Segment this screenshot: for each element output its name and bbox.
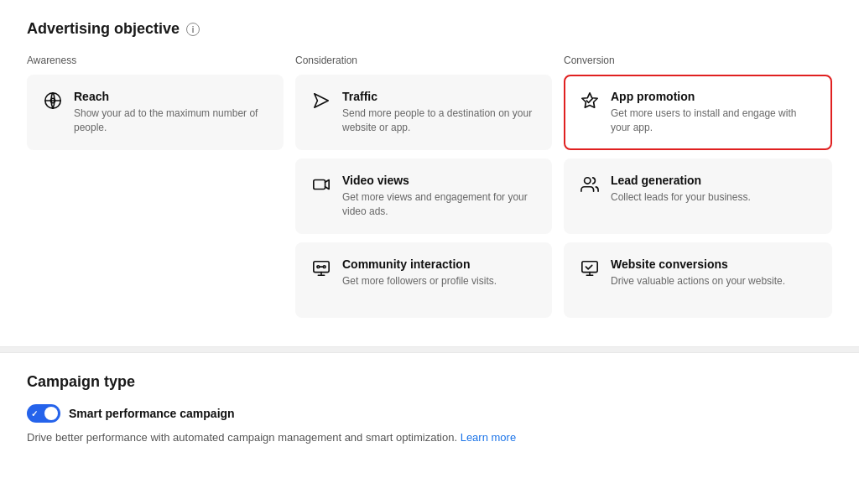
consideration-header: Consideration <box>295 55 564 66</box>
app-promotion-desc: Get more users to install and engage wit… <box>611 107 817 135</box>
campaign-type-heading: Campaign type <box>27 373 832 391</box>
community-icon <box>310 257 332 279</box>
svg-point-6 <box>585 178 591 184</box>
video-views-icon <box>310 174 332 195</box>
smart-campaign-toggle[interactable]: ✓ <box>27 404 60 423</box>
section-title: Advertising objective i <box>27 20 832 38</box>
lead-generation-title: Lead generation <box>611 174 817 187</box>
conversion-header: Conversion <box>564 55 832 66</box>
traffic-title: Traffic <box>342 90 537 103</box>
website-conversions-card[interactable]: Website conversions Drive valuable actio… <box>564 242 832 318</box>
campaign-type-section: Campaign type ✓ Smart performance campai… <box>0 353 859 466</box>
advertising-objective-heading: Advertising objective <box>27 20 180 38</box>
learn-more-link[interactable]: Learn more <box>461 431 516 444</box>
lead-generation-content: Lead generation Collect leads for your b… <box>611 174 817 205</box>
lead-generation-card[interactable]: Lead generation Collect leads for your b… <box>564 158 832 234</box>
awareness-column: Awareness Reach <box>27 55 295 326</box>
campaign-desc-text: Drive better performance with automated … <box>27 431 457 444</box>
campaign-desc: Drive better performance with automated … <box>27 429 832 446</box>
website-conversions-desc: Drive valuable actions on your website. <box>611 274 817 288</box>
traffic-icon <box>310 90 332 112</box>
awareness-header: Awareness <box>27 55 295 66</box>
website-conversions-content: Website conversions Drive valuable actio… <box>611 257 817 288</box>
section-divider <box>0 346 859 353</box>
community-title: Community interaction <box>342 257 537 271</box>
reach-title: Reach <box>74 90 268 103</box>
lead-generation-icon <box>579 174 601 195</box>
website-conversions-icon <box>579 257 601 279</box>
app-promotion-title: App promotion <box>611 90 817 103</box>
website-conversions-title: Website conversions <box>611 257 817 271</box>
consideration-column: Consideration Traffic Send more people t… <box>295 55 564 326</box>
traffic-card-content: Traffic Send more people to a destinatio… <box>342 90 537 135</box>
video-views-card[interactable]: Video views Get more views and engagemen… <box>295 158 552 234</box>
objectives-grid: Awareness Reach <box>27 55 832 326</box>
video-views-title: Video views <box>342 174 537 187</box>
reach-card[interactable]: Reach Show your ad to the maximum number… <box>27 75 284 150</box>
reach-desc: Show your ad to the maximum number of pe… <box>74 107 268 135</box>
video-views-card-content: Video views Get more views and engagemen… <box>342 174 537 219</box>
conversion-column: Conversion App promotion Get more users … <box>564 55 832 326</box>
app-promotion-icon <box>579 90 601 112</box>
reach-card-content: Reach Show your ad to the maximum number… <box>74 90 268 135</box>
app-promotion-content: App promotion Get more users to install … <box>611 90 817 135</box>
community-interaction-card[interactable]: Community interaction Get more followers… <box>295 242 552 318</box>
advertising-objective-section: Advertising objective i Awareness <box>0 0 859 346</box>
traffic-desc: Send more people to a destination on you… <box>342 107 537 135</box>
community-interaction-content: Community interaction Get more followers… <box>342 257 537 288</box>
video-views-desc: Get more views and engagement for your v… <box>342 190 537 219</box>
info-icon[interactable]: i <box>186 23 200 36</box>
reach-icon <box>42 90 64 112</box>
svg-marker-1 <box>315 94 329 108</box>
svg-rect-2 <box>314 180 325 190</box>
traffic-card[interactable]: Traffic Send more people to a destinatio… <box>295 75 552 150</box>
lead-generation-desc: Collect leads for your business. <box>611 190 817 205</box>
app-promotion-card[interactable]: App promotion Get more users to install … <box>564 75 832 150</box>
smart-campaign-toggle-row: ✓ Smart performance campaign <box>27 404 832 423</box>
toggle-check-icon: ✓ <box>31 409 38 418</box>
community-desc: Get more followers or profile visits. <box>342 274 537 288</box>
smart-campaign-label: Smart performance campaign <box>69 407 235 420</box>
